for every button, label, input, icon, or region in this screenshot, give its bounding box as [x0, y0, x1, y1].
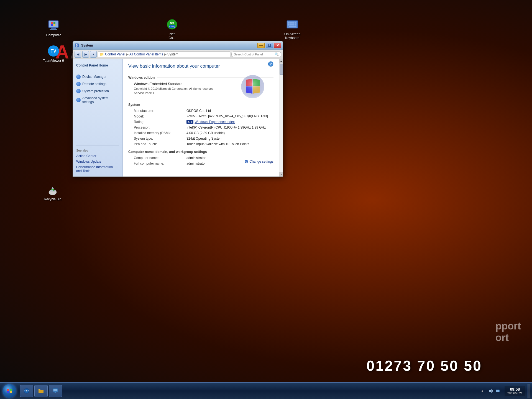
remote-settings-link[interactable]: Remote settings [73, 80, 122, 88]
system-section-title: System [128, 103, 140, 107]
svg-rect-18 [292, 22, 294, 24]
svg-rect-19 [295, 22, 296, 24]
start-button[interactable] [1, 383, 18, 399]
desktop: AABACUS info Computer TV [0, 0, 532, 399]
window-title: System [81, 44, 256, 47]
full-comp-name-label: Full computer name: [134, 162, 184, 165]
systray [486, 388, 502, 393]
taskbar: e [0, 382, 532, 399]
perf-info-link[interactable]: Performance Information and Tools [73, 164, 122, 174]
breadcrumb-all-cp[interactable]: All Control Panel Items [129, 52, 163, 56]
svg-text:?: ? [270, 62, 272, 66]
search-input[interactable] [234, 53, 275, 56]
windows-logo [240, 74, 265, 100]
action-center-link[interactable]: Action Center [73, 153, 122, 159]
device-manager-link[interactable]: Device Manager [73, 73, 122, 80]
device-manager-icon [76, 75, 81, 79]
help-button[interactable]: ? [268, 61, 273, 68]
up-button[interactable]: ▲ [90, 51, 97, 58]
computer-icon [47, 19, 60, 32]
forward-button[interactable]: ▶ [82, 51, 89, 58]
compname-section-divider: Computer name, domain, and workgroup set… [128, 150, 273, 154]
taskbar-buttons: e [20, 385, 62, 397]
system-protection-link[interactable]: System protection [73, 88, 122, 95]
scroll-track[interactable] [279, 63, 283, 172]
show-desktop-button[interactable] [528, 384, 530, 398]
svg-rect-20 [288, 24, 290, 25]
desktop-icon-osk[interactable]: On-ScreenKeyboard [280, 18, 305, 40]
desktop-icon-teamviewer[interactable]: TV TeamViewer 9 [41, 44, 66, 63]
svg-text:⚙: ⚙ [245, 160, 247, 163]
explorer-taskbar-button[interactable] [34, 385, 48, 397]
system-protection-icon [76, 89, 81, 93]
svg-rect-21 [290, 24, 292, 25]
left-panel: Control Panel Home Device Manager Remote… [73, 59, 123, 177]
systray-expand-button[interactable]: ▲ [481, 389, 484, 393]
computer-icon-label: Computer [46, 33, 61, 37]
net-icon: Net Config [165, 18, 179, 31]
maximize-button[interactable]: ☐ [266, 43, 273, 48]
advanced-settings-link[interactable]: Advanced system settings [73, 95, 122, 105]
svg-text:TV: TV [51, 49, 57, 53]
desktop-icon-recycle[interactable]: Recycle Bin [40, 183, 65, 201]
rating-value: 4.1 Windows Experience Index [186, 120, 273, 124]
support-line1: pport [495, 320, 521, 332]
osk-icon-label: On-ScreenKeyboard [284, 32, 300, 40]
scrollbar[interactable]: ▲ ▼ [279, 59, 283, 177]
compname-grid: Computer name: administrator ⚙ Change se… [134, 156, 273, 167]
teamviewer-icon-label: TeamViewer 9 [43, 59, 64, 63]
svg-point-31 [241, 75, 264, 98]
desktop-icon-computer[interactable]: Computer [41, 19, 66, 37]
windows-update-link[interactable]: Windows Update [73, 159, 122, 164]
svg-text:Net: Net [170, 22, 174, 24]
minimize-button[interactable]: — [257, 43, 265, 48]
breadcrumb-sep2: ▶ [164, 52, 167, 56]
svg-rect-41 [496, 390, 499, 392]
svg-rect-3 [50, 29, 57, 30]
memory-value: 4.00 GB (2.89 GB usable) [186, 131, 273, 135]
comp-name-label: Computer name: [134, 156, 184, 160]
processor-label: Processor: [134, 126, 184, 129]
system-info-grid: Manufacturer: OKPOS Co., Ltd Model: I/Z/… [134, 109, 273, 146]
recycle-icon-label: Recycle Bin [44, 197, 61, 201]
compname-divider-line [209, 152, 273, 152]
close-button[interactable]: ✕ [274, 43, 281, 48]
recycle-icon [46, 183, 59, 196]
svg-rect-37 [53, 389, 57, 391]
wei-label[interactable]: Windows Experience Index [195, 120, 235, 124]
remote-settings-label: Remote settings [82, 82, 106, 86]
start-orb[interactable] [2, 384, 16, 398]
window-body: Control Panel Home Device Manager Remote… [73, 59, 283, 177]
see-also-heading: See also [73, 148, 122, 153]
change-settings-label: Change settings [249, 160, 273, 163]
control-panel-home-link[interactable]: Control Panel Home [73, 62, 122, 68]
ie-taskbar-button[interactable]: e [20, 385, 33, 397]
network-taskbar-button[interactable] [49, 385, 62, 397]
wei-link[interactable]: 4.1 Windows Experience Index [186, 120, 235, 124]
svg-rect-23 [295, 24, 296, 25]
net-icon-label: NetCo... [168, 32, 175, 40]
change-settings-link[interactable]: ⚙ Change settings [244, 160, 273, 163]
scroll-thumb[interactable] [280, 64, 283, 75]
search-box[interactable]: 🔍 [231, 51, 281, 57]
wei-badge: 4.1 [186, 120, 193, 124]
system-clock[interactable]: 09:58 28/06/2021 [505, 386, 525, 396]
scroll-up-button[interactable]: ▲ [279, 59, 283, 63]
panel-divider-1 [76, 71, 119, 71]
rating-label: Rating: [134, 120, 184, 124]
model-value: I/Z/K/ZED-POS [Rev 7ED5_18524_1.05_SE7(K… [186, 114, 273, 118]
scroll-down-button[interactable]: ▼ [279, 172, 283, 177]
desktop-icon-net[interactable]: Net Config NetCo... [160, 18, 185, 40]
pen-label: Pen and Touch: [134, 142, 184, 146]
advanced-settings-label: Advanced system settings [82, 96, 119, 104]
volume-icon[interactable] [488, 388, 493, 393]
back-button[interactable]: ◀ [75, 51, 81, 58]
content-header: View basic information about your comput… [128, 63, 273, 71]
comp-name-value: administrator [186, 156, 242, 160]
breadcrumb[interactable]: 📁 Control Panel ▶ All Control Panel Item… [98, 51, 230, 57]
clock-date: 28/06/2021 [507, 392, 523, 395]
search-icon: 🔍 [275, 52, 279, 56]
svg-rect-7 [53, 24, 55, 26]
breadcrumb-cp[interactable]: Control Panel [105, 52, 125, 56]
network-systray-icon[interactable] [495, 388, 500, 393]
